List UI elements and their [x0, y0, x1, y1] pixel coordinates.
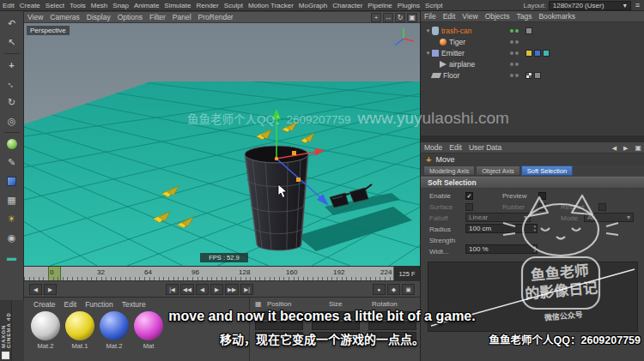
- mat-menu-function[interactable]: Function: [81, 299, 118, 310]
- record-button[interactable]: ●: [373, 284, 386, 295]
- mat-menu-create[interactable]: Create: [29, 299, 60, 310]
- mat-menu-texture[interactable]: Texture: [118, 299, 150, 310]
- menu-simulate[interactable]: Simulate: [161, 0, 193, 11]
- pan-icon[interactable]: +: [371, 13, 381, 22]
- layout-select[interactable]: 1280x720 (User) ▾: [549, 1, 631, 10]
- goto-start-button[interactable]: |◀: [166, 284, 179, 295]
- am-menu-userdata[interactable]: User Data: [465, 142, 505, 153]
- soft-selection-section[interactable]: Soft Selection: [421, 177, 644, 189]
- prev-frame-button[interactable]: ◀: [196, 284, 209, 295]
- om-menu-tags[interactable]: Tags: [513, 11, 535, 22]
- menu-animate[interactable]: Animate: [131, 0, 161, 11]
- timeline-ruler[interactable]: 0 32 64 96 128 160 192 224: [24, 266, 393, 280]
- pen-icon[interactable]: ✎: [3, 153, 21, 171]
- material-thumbnail[interactable]: [100, 311, 129, 340]
- tag-icon[interactable]: [534, 72, 541, 79]
- texture-tag-icon[interactable]: [526, 72, 532, 79]
- goto-end-button[interactable]: ▶|: [240, 284, 253, 295]
- material-thumbnail[interactable]: [134, 311, 163, 340]
- material-thumbnail[interactable]: [31, 311, 60, 340]
- menu-motion-tracker[interactable]: Motion Tracker: [246, 0, 296, 11]
- tag-icon[interactable]: [526, 50, 532, 57]
- menu-pipeline[interactable]: Pipeline: [365, 0, 394, 11]
- radius-field[interactable]: 100 cm ▴▾: [465, 224, 538, 233]
- position-x-field[interactable]: [255, 311, 303, 320]
- menu-render[interactable]: Render: [193, 0, 221, 11]
- enable-checkbox[interactable]: ✓: [465, 192, 473, 200]
- zoom-icon[interactable]: ↔: [383, 13, 393, 22]
- size-y-field[interactable]: [312, 322, 360, 330]
- menu-character[interactable]: Character: [330, 0, 365, 11]
- restrict-checkbox[interactable]: [598, 203, 606, 211]
- marker-left-button[interactable]: ◀: [29, 284, 42, 295]
- cursor-icon[interactable]: ↖: [3, 33, 21, 51]
- vp-menu-view[interactable]: View: [24, 12, 46, 23]
- end-frame-field[interactable]: 125 F: [393, 266, 420, 280]
- position-z-field[interactable]: [255, 332, 303, 340]
- menu-sculpt[interactable]: Sculpt: [222, 0, 246, 11]
- vp-menu-prorender[interactable]: ProRender: [195, 12, 237, 23]
- am-menu-mode[interactable]: Mode: [421, 142, 446, 153]
- surface-checkbox[interactable]: [465, 203, 473, 211]
- camera-icon[interactable]: ◉: [3, 229, 21, 247]
- expand-caret-icon[interactable]: ▾: [424, 50, 432, 57]
- om-menu-view[interactable]: View: [459, 11, 481, 22]
- tree-item-trash-can[interactable]: ▾ trash-can: [421, 25, 644, 36]
- falloff-curve-graph[interactable]: [428, 262, 638, 332]
- sphere-tool-icon[interactable]: [3, 135, 21, 153]
- autokey-button[interactable]: ▣: [402, 284, 415, 295]
- tab-object-axis[interactable]: Object Axis: [476, 165, 520, 176]
- cube-tool-icon[interactable]: [3, 172, 21, 190]
- tree-item-tiger[interactable]: Tiger: [421, 36, 644, 47]
- size-x-field[interactable]: [312, 311, 360, 320]
- expand-caret-icon[interactable]: ▾: [424, 27, 432, 34]
- tag-icon[interactable]: [534, 50, 541, 57]
- om-menu-file[interactable]: File: [421, 11, 440, 22]
- rotation-b-field[interactable]: [368, 332, 416, 340]
- menu-snap[interactable]: Snap: [110, 0, 131, 11]
- undo-icon[interactable]: ↶: [3, 15, 21, 33]
- position-y-field[interactable]: [255, 322, 303, 330]
- tag-icon[interactable]: [543, 50, 550, 57]
- menu-plugins[interactable]: Plugins: [395, 0, 422, 11]
- menu-script[interactable]: Script: [422, 0, 445, 11]
- spinner-icon[interactable]: ▴▾: [534, 245, 536, 253]
- marker-right-button[interactable]: ▶: [44, 284, 57, 295]
- size-z-field[interactable]: [312, 332, 360, 340]
- am-menu-edit[interactable]: Edit: [446, 142, 465, 153]
- vp-menu-filter[interactable]: Filter: [146, 12, 169, 23]
- rubber-checkbox[interactable]: [538, 203, 546, 211]
- rotation-h-field[interactable]: [368, 311, 416, 320]
- viewport-camera-label[interactable]: Perspective: [27, 26, 70, 35]
- history-back-icon[interactable]: ◀: [609, 142, 620, 153]
- menu-select[interactable]: Select: [43, 0, 67, 11]
- tree-item-emitter[interactable]: ▾ Emitter: [421, 47, 644, 58]
- menu-edit[interactable]: Edit: [0, 0, 17, 11]
- light-icon[interactable]: ☀: [3, 210, 21, 228]
- vp-menu-options[interactable]: Options: [114, 12, 146, 23]
- viewport-canvas[interactable]: [24, 23, 420, 266]
- om-menu-objects[interactable]: Objects: [482, 11, 513, 22]
- vp-menu-cameras[interactable]: Cameras: [46, 12, 82, 23]
- maximize-icon[interactable]: ▣: [407, 13, 417, 22]
- mat-menu-edit[interactable]: Edit: [60, 299, 82, 310]
- vp-menu-panel[interactable]: Panel: [169, 12, 195, 23]
- material-thumbnail[interactable]: [65, 311, 94, 340]
- tab-modeling-axis[interactable]: Modeling Axis: [423, 165, 475, 176]
- tree-item-airplane[interactable]: airplane: [421, 58, 644, 69]
- om-menu-edit[interactable]: Edit: [440, 11, 459, 22]
- rotation-p-field[interactable]: [368, 322, 416, 330]
- strength-field[interactable]: 100 % ▴▾: [465, 244, 538, 254]
- tree-item-floor[interactable]: Floor: [421, 69, 644, 81]
- next-key-button[interactable]: ▶▶: [225, 284, 239, 295]
- menu-mesh[interactable]: Mesh: [88, 0, 111, 11]
- grid-icon[interactable]: ▦: [3, 191, 21, 209]
- spinner-icon[interactable]: ▴▾: [534, 225, 536, 232]
- last-tool-icon[interactable]: ◎: [3, 112, 21, 130]
- prev-key-button[interactable]: ◀◀: [180, 284, 194, 295]
- floor-icon[interactable]: ▬: [3, 248, 21, 266]
- panel-menu-icon[interactable]: ≡: [634, 1, 641, 9]
- vp-menu-display[interactable]: Display: [83, 12, 114, 23]
- lock-icon[interactable]: ▣: [631, 142, 644, 153]
- tab-soft-selection[interactable]: Soft Selection: [521, 165, 573, 176]
